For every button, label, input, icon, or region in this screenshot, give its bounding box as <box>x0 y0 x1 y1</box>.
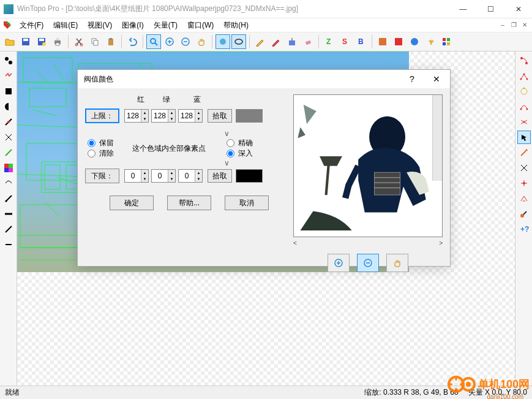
print-button[interactable] <box>50 34 65 49</box>
menu-help[interactable]: 帮助(H) <box>219 19 253 32</box>
left-tool-2[interactable] <box>2 69 15 83</box>
right-tool-3[interactable] <box>517 85 531 98</box>
right-tool-8[interactable] <box>517 177 531 190</box>
upper-g-input[interactable] <box>152 110 168 122</box>
svg-rect-21 <box>305 40 311 45</box>
preview-hscroll[interactable]: <> <box>293 238 443 248</box>
right-tool-4[interactable] <box>517 100 531 113</box>
undo-button[interactable] <box>125 34 140 49</box>
left-tool-3[interactable] <box>2 85 15 98</box>
watermark-logo-icon <box>446 370 476 399</box>
preview-zoom-out-button[interactable] <box>357 254 379 272</box>
preview-zoom-in-button[interactable] <box>328 254 350 272</box>
keep-radio[interactable]: 保留 <box>88 138 114 148</box>
left-tool-6[interactable] <box>2 131 15 144</box>
minimize-button[interactable]: — <box>449 0 477 18</box>
left-tool-8[interactable] <box>2 161 15 175</box>
preview-vscroll[interactable] <box>432 95 442 181</box>
dialog-help-button[interactable]: ? <box>400 70 424 88</box>
left-tool-9[interactable] <box>2 177 15 190</box>
svg-point-40 <box>5 200 7 202</box>
deep-radio[interactable]: 深入 <box>227 148 253 159</box>
right-tool-5[interactable] <box>517 115 531 129</box>
dialog-close-button[interactable]: ✕ <box>424 70 449 88</box>
right-tool-2[interactable] <box>517 69 531 83</box>
mdi-restore-button[interactable]: ❐ <box>509 20 519 29</box>
left-tool-5[interactable] <box>2 115 15 129</box>
maximize-button[interactable]: ☐ <box>477 0 504 18</box>
upper-limit-button[interactable]: 上限： <box>85 108 119 123</box>
lower-g-input[interactable] <box>152 170 168 182</box>
shape1-button[interactable] <box>375 34 390 49</box>
menu-file[interactable]: 文件(F) <box>15 19 48 32</box>
layer2-button[interactable] <box>231 34 246 49</box>
lower-pick-button[interactable]: 拾取 <box>208 169 232 183</box>
precise-radio[interactable]: 精确 <box>227 138 253 148</box>
lower-r-spinner[interactable]: ▲▼ <box>124 169 149 183</box>
shape4-button[interactable] <box>423 34 438 49</box>
save-button[interactable] <box>18 34 33 49</box>
left-tool-10[interactable] <box>2 192 15 205</box>
cancel-button[interactable]: 取消 <box>225 196 269 210</box>
paste-button[interactable] <box>103 34 118 49</box>
save-as-button[interactable] <box>34 34 49 49</box>
mdi-close-button[interactable]: ✕ <box>520 20 530 29</box>
upper-r-input[interactable] <box>125 110 141 122</box>
copy-button[interactable] <box>88 34 102 49</box>
help-button[interactable]: 帮助... <box>167 196 211 210</box>
mdi-minimize-button[interactable]: – <box>498 20 508 29</box>
tool-b-icon[interactable]: B <box>354 34 369 49</box>
shape2-button[interactable] <box>391 34 406 49</box>
zoom-tool-button[interactable] <box>146 34 161 49</box>
close-button[interactable]: ✕ <box>504 0 532 18</box>
right-tool-10[interactable] <box>517 207 531 221</box>
preview-pane[interactable] <box>293 94 443 237</box>
brush-button[interactable] <box>269 34 283 49</box>
upper-r-spinner[interactable]: ▲▼ <box>124 109 149 123</box>
tool-z-icon[interactable]: Z <box>322 34 337 49</box>
erase-button[interactable] <box>301 34 315 49</box>
open-button[interactable] <box>2 34 17 49</box>
preview-pan-button[interactable] <box>386 254 408 272</box>
zoom-in-button[interactable] <box>162 34 177 49</box>
lower-r-input[interactable] <box>125 170 141 182</box>
shape5-button[interactable] <box>439 34 454 49</box>
menu-image[interactable]: 图像(I) <box>117 19 148 32</box>
svg-text:B: B <box>358 37 364 46</box>
clear-radio[interactable]: 清除 <box>88 148 114 159</box>
left-tool-7[interactable] <box>2 146 15 159</box>
tool-s-icon[interactable]: S <box>338 34 353 49</box>
pan-button[interactable] <box>194 34 209 49</box>
menu-view[interactable]: 视图(V) <box>83 19 117 32</box>
fill-button[interactable] <box>285 34 299 49</box>
cut-button[interactable] <box>72 34 86 49</box>
shape3-button[interactable] <box>407 34 422 49</box>
right-tool-6[interactable] <box>517 146 531 159</box>
right-tool-7[interactable] <box>517 161 531 175</box>
right-tool-11[interactable]: +? <box>517 222 531 236</box>
lower-g-spinner[interactable]: ▲▼ <box>151 169 176 183</box>
layer1-button[interactable] <box>215 34 230 49</box>
left-tool-12[interactable] <box>2 222 15 236</box>
lower-limit-button[interactable]: 下限： <box>85 169 119 183</box>
left-tool-1[interactable] <box>2 54 15 67</box>
left-tool-11[interactable] <box>2 207 15 221</box>
menu-edit[interactable]: 编辑(E) <box>48 19 83 32</box>
right-tool-9[interactable] <box>517 192 531 205</box>
pencil-button[interactable] <box>253 34 268 49</box>
upper-pick-button[interactable]: 拾取 <box>208 109 232 123</box>
left-tool-4[interactable] <box>2 100 15 113</box>
menu-vector[interactable]: 矢量(T) <box>149 19 182 32</box>
upper-b-spinner[interactable]: ▲▼ <box>178 109 203 123</box>
menu-window[interactable]: 窗口(W) <box>182 19 219 32</box>
right-tool-1[interactable] <box>517 54 531 67</box>
dialog-titlebar[interactable]: 阀值颜色 ? ✕ <box>78 70 450 88</box>
upper-b-input[interactable] <box>179 110 195 122</box>
lower-b-spinner[interactable]: ▲▼ <box>178 169 203 183</box>
zoom-out-button[interactable] <box>178 34 193 49</box>
ok-button[interactable]: 确定 <box>110 196 154 210</box>
left-tool-13[interactable] <box>2 238 15 251</box>
lower-b-input[interactable] <box>179 170 195 182</box>
upper-g-spinner[interactable]: ▲▼ <box>151 109 176 123</box>
right-tool-arrow[interactable] <box>517 131 531 144</box>
